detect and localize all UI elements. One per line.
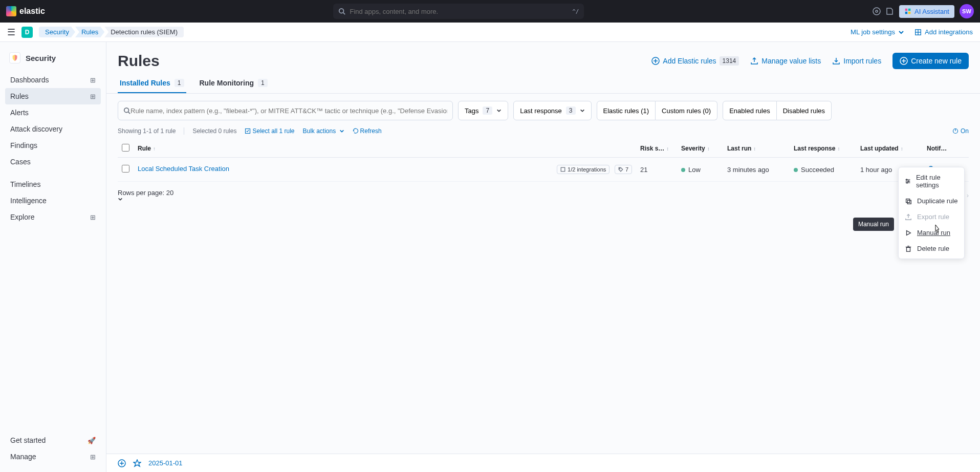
tab-installed-rules[interactable]: Installed Rules 1 bbox=[118, 74, 186, 93]
nav-findings[interactable]: Findings bbox=[5, 137, 101, 154]
sort-icon: ↑ bbox=[153, 146, 156, 152]
nav-cases[interactable]: Cases bbox=[5, 154, 101, 170]
topbar: elastic ^/ AI Assistant SW bbox=[0, 0, 980, 23]
svg-rect-6 bbox=[905, 12, 907, 14]
nav-intelligence[interactable]: Intelligence bbox=[5, 192, 101, 209]
global-search[interactable]: ^/ bbox=[333, 4, 584, 19]
tags-pill[interactable]: 7 bbox=[615, 165, 632, 174]
menu-edit-rule[interactable]: Edit rule settings bbox=[899, 169, 964, 193]
nav-rules[interactable]: Rules ⊞ bbox=[5, 88, 101, 104]
nav-manage[interactable]: Manage ⊞ bbox=[5, 448, 101, 465]
last-response-filter[interactable]: Last response 3 bbox=[513, 101, 591, 120]
rule-search-input[interactable] bbox=[130, 107, 447, 115]
svg-marker-43 bbox=[134, 460, 141, 466]
select-all-checkbox[interactable] bbox=[122, 144, 129, 152]
menu-manual-run[interactable]: Manual run bbox=[899, 225, 964, 241]
rule-type-group: Elastic rules (1) Custom rules (0) bbox=[597, 101, 718, 120]
space-badge[interactable]: D bbox=[21, 27, 33, 38]
col-risk[interactable]: Risk s…↕ bbox=[636, 140, 677, 158]
subheader: ☰ D Security Rules Detection rules (SIEM… bbox=[0, 23, 980, 42]
row-checkbox[interactable] bbox=[122, 165, 129, 173]
rows-per-page[interactable]: Rows per page: 20 bbox=[118, 189, 177, 202]
add-integrations-link[interactable]: Add integrations bbox=[914, 28, 973, 36]
nav-toggle-icon[interactable]: ☰ bbox=[7, 27, 15, 38]
star-icon[interactable] bbox=[133, 459, 141, 467]
col-last-response[interactable]: Last response↕ bbox=[790, 140, 856, 158]
on-toggle-header[interactable]: On bbox=[952, 127, 969, 135]
add-elastic-rules-button[interactable]: Add Elastic rules 1314 bbox=[651, 56, 739, 66]
import-rules-button[interactable]: Import rules bbox=[832, 57, 881, 65]
ml-job-settings[interactable]: ML job settings bbox=[851, 28, 904, 36]
filter-row: Tags 7 Last response 3 Elastic rules (1)… bbox=[106, 94, 980, 127]
ai-assistant-button[interactable]: AI Assistant bbox=[899, 5, 954, 18]
add-timeline-icon[interactable] bbox=[118, 459, 126, 467]
svg-point-3 bbox=[876, 10, 878, 12]
showing-text: Showing 1-1 of 1 rule bbox=[118, 127, 176, 135]
global-search-input[interactable] bbox=[350, 8, 568, 15]
tab-rule-monitoring[interactable]: Rule Monitoring 1 bbox=[198, 74, 270, 93]
create-rule-button[interactable]: Create new rule bbox=[892, 53, 969, 69]
topbar-right: AI Assistant SW bbox=[873, 4, 974, 18]
elastic-rules-filter[interactable]: Elastic rules (1) bbox=[597, 101, 656, 120]
manage-value-lists-button[interactable]: Manage value lists bbox=[750, 57, 821, 65]
refresh-button[interactable]: Refresh bbox=[353, 127, 382, 135]
footer-bar: 2025-01-01 bbox=[106, 454, 980, 472]
rule-search[interactable] bbox=[118, 101, 453, 120]
breadcrumb: Security Rules Detection rules (SIEM) bbox=[39, 27, 184, 37]
sort-icon: ↕ bbox=[707, 146, 710, 152]
select-all-link[interactable]: Select all 1 rule bbox=[245, 127, 294, 135]
brand-logo[interactable]: elastic bbox=[6, 6, 45, 16]
svg-rect-5 bbox=[908, 9, 910, 11]
crumb-rules[interactable]: Rules bbox=[75, 27, 104, 37]
nav-alerts[interactable]: Alerts bbox=[5, 104, 101, 121]
col-last-run[interactable]: Last run↕ bbox=[723, 140, 790, 158]
nav-get-started[interactable]: Get started 🚀 bbox=[5, 432, 101, 448]
enabled-rules-filter[interactable]: Enabled rules bbox=[723, 101, 777, 120]
col-rule[interactable]: Rule↑ bbox=[134, 140, 636, 158]
svg-point-25 bbox=[619, 168, 620, 169]
col-actions bbox=[953, 140, 969, 158]
menu-delete-rule[interactable]: Delete rule bbox=[899, 241, 964, 256]
chevron-down-icon bbox=[898, 29, 904, 35]
help-icon[interactable] bbox=[873, 7, 881, 15]
grid-icon: ⊞ bbox=[90, 453, 96, 461]
security-app-icon bbox=[9, 52, 20, 63]
nav-timelines[interactable]: Timelines bbox=[5, 176, 101, 192]
rocket-icon: 🚀 bbox=[88, 437, 96, 444]
bulk-actions[interactable]: Bulk actions bbox=[303, 127, 344, 135]
nav-attack-discovery[interactable]: Attack discovery bbox=[5, 121, 101, 137]
response-dot bbox=[794, 168, 798, 172]
severity-dot bbox=[681, 168, 685, 172]
grid-icon: ⊞ bbox=[90, 93, 96, 100]
divider bbox=[184, 127, 184, 135]
sort-icon: ↕ bbox=[901, 146, 903, 152]
page-actions: Add Elastic rules 1314 Manage value list… bbox=[651, 53, 969, 69]
sidebar-title: Security bbox=[5, 49, 101, 72]
col-severity[interactable]: Severity↕ bbox=[677, 140, 723, 158]
plus-circle-icon bbox=[900, 57, 908, 65]
menu-duplicate-rule[interactable]: Duplicate rule bbox=[899, 193, 964, 209]
tags-filter[interactable]: Tags 7 bbox=[458, 101, 508, 120]
download-icon bbox=[832, 57, 840, 65]
svg-point-19 bbox=[124, 108, 129, 113]
chevron-down-icon bbox=[496, 108, 502, 113]
next-page[interactable]: › bbox=[967, 191, 969, 199]
newsfeed-icon[interactable] bbox=[886, 7, 894, 15]
disabled-rules-filter[interactable]: Disabled rules bbox=[777, 101, 832, 120]
elastic-rules-count: 1314 bbox=[720, 56, 739, 66]
nav-explore[interactable]: Explore ⊞ bbox=[5, 209, 101, 225]
kbd-hint: ^/ bbox=[572, 8, 579, 15]
footer-date[interactable]: 2025-01-01 bbox=[148, 459, 183, 467]
custom-rules-filter[interactable]: Custom rules (0) bbox=[656, 101, 717, 120]
nav-dashboards[interactable]: Dashboards ⊞ bbox=[5, 72, 101, 88]
integrations-pill[interactable]: 1/2 integrations bbox=[557, 165, 609, 174]
col-last-updated[interactable]: Last updated↕ bbox=[856, 140, 923, 158]
grid-icon: ⊞ bbox=[90, 213, 96, 221]
svg-rect-24 bbox=[561, 167, 565, 171]
ai-assistant-label: AI Assistant bbox=[914, 8, 949, 15]
user-avatar[interactable]: SW bbox=[960, 4, 974, 18]
crumb-security[interactable]: Security bbox=[39, 27, 75, 37]
severity-cell: Low bbox=[677, 158, 723, 182]
rule-name-link[interactable]: Local Scheduled Task Creation bbox=[138, 165, 229, 173]
package-icon bbox=[914, 29, 922, 36]
